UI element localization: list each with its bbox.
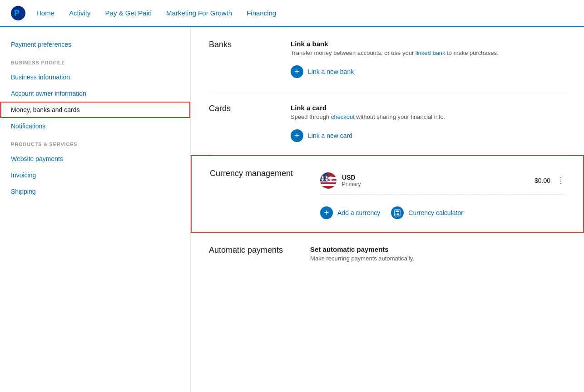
link-new-bank-button[interactable]: + Link a new bank	[291, 65, 566, 78]
sidebar-item-notifications[interactable]: Notifications	[0, 118, 190, 134]
currency-info: ★★★ ★★★ USD Primary	[320, 172, 361, 189]
svg-rect-10	[396, 211, 399, 212]
sidebar-item-invoicing[interactable]: Invoicing	[0, 167, 190, 183]
currency-amount: $0.00	[535, 177, 550, 184]
svg-rect-11	[396, 213, 396, 214]
currency-calculator-button[interactable]: Currency calculator	[391, 206, 463, 219]
cards-subtitle: Link a card	[291, 104, 566, 112]
banks-description: Transfer money between accounts, or use …	[291, 49, 566, 56]
svg-rect-15	[397, 214, 398, 215]
svg-rect-12	[397, 213, 398, 214]
sidebar-item-shipping[interactable]: Shipping	[0, 183, 190, 200]
add-currency-button[interactable]: + Add a currency	[320, 206, 380, 219]
plus-icon-card: +	[291, 129, 303, 142]
sidebar-item-website-payments[interactable]: Website payments	[0, 151, 190, 167]
cards-title: Cards	[209, 104, 263, 142]
svg-rect-16	[398, 214, 399, 215]
page-layout: Payment preferences BUSINESS PROFILE Bus…	[0, 27, 584, 392]
sidebar: Payment preferences BUSINESS PROFILE Bus…	[0, 27, 191, 392]
paypal-logo: P	[11, 6, 25, 20]
currency-title: Currency management	[210, 169, 293, 219]
nav-links: Home Activity Pay & Get Paid Marketing F…	[36, 9, 276, 17]
svg-text:P: P	[14, 9, 20, 18]
link-new-card-button[interactable]: + Link a new card	[291, 129, 566, 142]
sidebar-section-business-profile: BUSINESS PROFILE	[0, 53, 190, 69]
calculator-icon	[391, 206, 404, 219]
automatic-payments-section: Automatic payments Set automatic payment…	[209, 233, 566, 284]
top-nav: P Home Activity Pay & Get Paid Marketing…	[0, 0, 584, 27]
sidebar-item-account-owner[interactable]: Account owner information	[0, 85, 190, 102]
link-new-card-label: Link a new card	[308, 132, 352, 139]
cards-description: Speed through checkout without sharing y…	[291, 113, 566, 120]
nav-pay-get-paid[interactable]: Pay & Get Paid	[105, 9, 152, 17]
sidebar-section-products: PRODUCTS & SERVICES	[0, 134, 190, 151]
currency-actions: + Add a currency	[320, 202, 565, 219]
automatic-payments-subtitle: Set automatic payments	[310, 245, 566, 253]
more-options-icon[interactable]: ⋮	[557, 176, 565, 186]
svg-rect-13	[398, 213, 399, 214]
currency-amount-block: $0.00 ⋮	[535, 176, 565, 186]
banks-subtitle: Link a bank	[291, 40, 566, 48]
svg-text:★★★: ★★★	[321, 177, 333, 182]
banks-content: Link a bank Transfer money between accou…	[291, 40, 566, 78]
nav-activity[interactable]: Activity	[69, 9, 91, 17]
sidebar-item-payment-preferences[interactable]: Payment preferences	[0, 36, 190, 53]
currency-row: ★★★ ★★★ USD Primary $0.00 ⋮	[320, 169, 565, 195]
add-currency-label: Add a currency	[337, 209, 380, 216]
currency-primary-label: Primary	[342, 181, 361, 187]
plus-icon-currency: +	[320, 206, 333, 219]
currency-name-block: USD Primary	[342, 174, 361, 187]
automatic-payments-description: Make recurring payments automatically.	[310, 255, 566, 262]
link-new-bank-label: Link a new bank	[308, 68, 354, 75]
cards-section: Cards Link a card Speed through checkout…	[209, 91, 566, 155]
nav-marketing[interactable]: Marketing For Growth	[166, 9, 232, 17]
currency-section: Currency management	[191, 155, 584, 233]
checkout-link[interactable]: checkout	[331, 113, 355, 120]
banks-link-text[interactable]: linked bank	[416, 49, 445, 56]
svg-rect-5	[320, 184, 337, 186]
currency-calculator-label: Currency calculator	[408, 209, 463, 216]
cards-content: Link a card Speed through checkout witho…	[291, 104, 566, 142]
plus-icon-bank: +	[291, 65, 303, 78]
banks-section: Banks Link a bank Transfer money between…	[209, 27, 566, 91]
banks-title: Banks	[209, 40, 263, 78]
currency-name: USD	[342, 174, 361, 181]
main-content: Banks Link a bank Transfer money between…	[191, 27, 584, 392]
automatic-payments-title: Automatic payments	[209, 245, 283, 271]
usd-flag: ★★★ ★★★	[320, 172, 337, 189]
nav-home[interactable]: Home	[36, 9, 54, 17]
automatic-payments-content: Set automatic payments Make recurring pa…	[310, 245, 566, 271]
currency-content: ★★★ ★★★ USD Primary $0.00 ⋮	[320, 169, 565, 219]
sidebar-item-money-banks-cards[interactable]: Money, banks and cards	[0, 102, 190, 118]
nav-financing[interactable]: Financing	[247, 9, 276, 17]
svg-rect-14	[396, 214, 396, 215]
sidebar-item-business-information[interactable]: Business information	[0, 69, 190, 85]
